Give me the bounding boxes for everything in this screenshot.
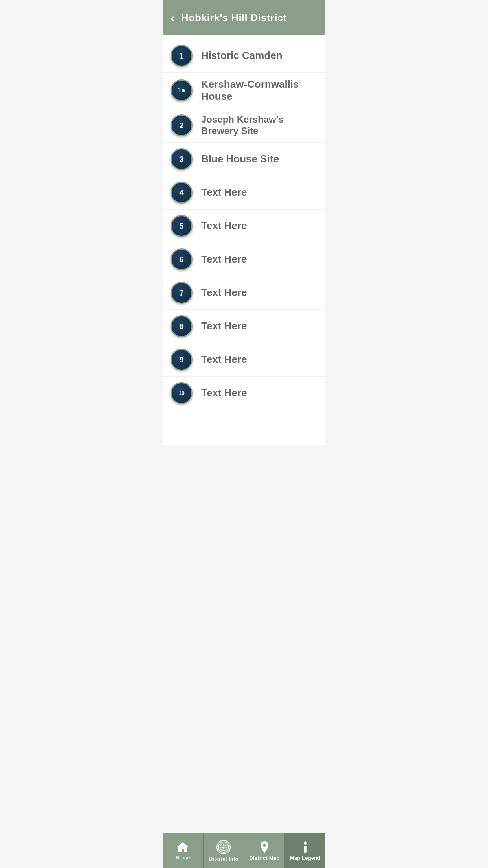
badge-number: 9 [179,356,183,364]
item-badge: 1 [171,45,193,67]
list-item[interactable]: 3Blue House Site [163,143,325,176]
item-label: Text Here [201,220,247,232]
list-item[interactable]: 10Text Here [163,377,325,410]
badge-number: 3 [179,155,183,163]
item-badge: 3 [171,148,193,170]
item-label: Blue House Site [201,153,279,165]
badge-number: 10 [178,390,185,396]
item-badge: 5 [171,215,193,237]
list-item[interactable]: 6Text Here [163,243,325,276]
item-label: Text Here [201,387,247,399]
list-item[interactable]: 7Text Here [163,276,325,310]
badge-number: 4 [179,189,183,197]
badge-number: 8 [179,322,183,330]
item-badge: 2 [171,114,193,136]
list-item[interactable]: 5Text Here [163,210,325,243]
badge-number: 6 [179,256,183,263]
badge-number: 7 [179,289,183,297]
list-item[interactable]: 1Historic Camden [163,39,325,73]
item-label: Joseph Kershaw's Brewery Site [201,114,284,137]
item-label: Historic Camden [201,50,283,62]
badge-number: 1a [178,87,185,94]
item-label: Text Here [201,320,247,332]
list-item[interactable]: 4Text Here [163,176,325,210]
item-label: Text Here [201,186,247,199]
item-badge: 6 [171,248,193,270]
badge-number: 1 [179,52,183,60]
back-button[interactable]: ‹ [171,11,175,24]
list-item[interactable]: 1aKershaw-Cornwallis House [163,73,325,108]
list-item[interactable]: 9Text Here [163,343,325,377]
items-list: 1Historic Camden1aKershaw-Cornwallis Hou… [163,35,325,445]
item-label: Text Here [201,353,247,366]
page-title: Hobkirk's Hill District [181,12,287,24]
item-badge: 10 [171,382,193,404]
item-badge: 9 [171,349,193,371]
item-badge: 8 [171,315,193,337]
list-item[interactable]: 8Text Here [163,310,325,343]
badge-number: 2 [179,121,183,129]
item-badge: 4 [171,182,193,204]
item-label: Kershaw-Cornwallis House [201,78,317,103]
item-label: Text Here [201,287,247,299]
item-badge: 7 [171,282,193,304]
item-label: Text Here [201,253,247,265]
list-item[interactable]: 2Joseph Kershaw's Brewery Site [163,108,325,143]
badge-number: 5 [179,222,183,230]
item-badge: 1a [171,79,193,101]
app-header: ‹ Hobkirk's Hill District [163,0,325,35]
